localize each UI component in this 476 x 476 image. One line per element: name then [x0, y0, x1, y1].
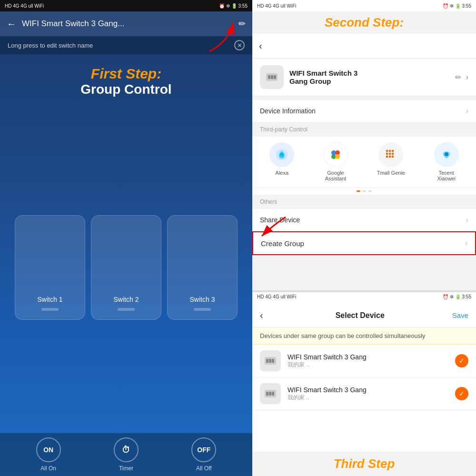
third-step-text: Third Step: [334, 456, 395, 471]
svg-rect-13: [392, 150, 394, 152]
all-off-button[interactable]: OFF All Off: [191, 437, 216, 472]
create-group-item[interactable]: Create Group ›: [252, 231, 476, 255]
right-top-section: HD 4G 4G ull WiFi ⏰ ✲ 🔋 3:55 Second Step…: [252, 0, 476, 290]
all-on-button[interactable]: ON All On: [36, 437, 61, 472]
device-check-1[interactable]: ✓: [455, 354, 468, 367]
svg-point-10: [335, 154, 340, 159]
right-top-bar: ‹: [252, 34, 476, 59]
dot-active: [357, 190, 360, 192]
hint-bar: Long press to edit switch name ✕: [0, 36, 252, 54]
device-nav-button[interactable]: ›: [466, 73, 468, 82]
tmall-genie-icon: [378, 142, 403, 167]
svg-rect-11: [386, 150, 388, 152]
select-device-title: Select Device: [268, 311, 452, 320]
alexa-icon: [269, 142, 294, 167]
svg-rect-4: [274, 75, 276, 79]
select-status-right: ⏰ ✲ 🔋 3:55: [443, 294, 471, 302]
svg-rect-3: [271, 75, 273, 79]
svg-rect-29: [272, 392, 274, 396]
svg-point-6: [280, 153, 284, 157]
share-device-item[interactable]: Share Device ›: [252, 209, 476, 231]
bottom-bar: ON All On ⏱ Timer OFF All Off: [0, 433, 252, 476]
device-information-item[interactable]: Device Information ›: [252, 100, 476, 122]
dot-inactive-1: [362, 190, 366, 192]
timer-circle: ⏱: [114, 437, 139, 462]
tecent-svg: [440, 148, 453, 161]
device-icon: [260, 65, 284, 89]
device-list-icon-1: [260, 350, 281, 371]
timer-icon: ⏱: [122, 445, 130, 455]
device-list-icon-2: [260, 383, 281, 404]
svg-rect-25: [272, 359, 274, 363]
device-list-sub-2: 我的家 ..: [288, 394, 367, 402]
svg-rect-14: [386, 153, 388, 155]
right-panel: HD 4G 4G ull WiFi ⏰ ✲ 🔋 3:55 Second Step…: [252, 0, 476, 476]
device-title-line2: Gang Group: [289, 77, 357, 85]
device-list-item-2[interactable]: WIFI Smart Switch 3 Gang 我的家 .. ✓: [252, 377, 476, 410]
select-status-bar: HD 4G 4G ull WiFi ⏰ ✲ 🔋 3:55: [252, 292, 476, 304]
device-list-sub-1: 我的家 ..: [288, 361, 367, 369]
switch-indicator-2: [118, 308, 135, 311]
google-assistant-item[interactable]: GoogleAssistant: [323, 142, 348, 181]
select-top-bar: ‹ Select Device Save: [252, 304, 476, 327]
device-list: WIFI Smart Switch 3 Gang 我的家 .. ✓ WIFI S…: [252, 345, 476, 452]
third-party-section: Alexa GoogleAssistant: [252, 137, 476, 188]
alexa-item[interactable]: Alexa: [269, 142, 294, 181]
svg-rect-24: [269, 359, 271, 363]
tecent-xiaowei-item[interactable]: TecentXiaowei: [434, 142, 459, 181]
hint-close-button[interactable]: ✕: [234, 40, 245, 50]
all-on-circle: ON: [36, 437, 61, 462]
tmall-genie-item[interactable]: Tmall Genie: [377, 142, 405, 181]
tecent-xiaowei-icon: [434, 142, 459, 167]
right-status-right: ⏰ ✲ 🔋 3:55: [443, 3, 471, 9]
back-button[interactable]: ←: [7, 19, 16, 30]
switch-card-2[interactable]: Switch 2: [91, 215, 161, 320]
others-header: Others: [252, 195, 476, 209]
all-off-circle: OFF: [191, 437, 216, 462]
right-bottom-section: HD 4G 4G ull WiFi ⏰ ✲ 🔋 3:55 ‹ Select De…: [252, 290, 476, 476]
switch-card-3[interactable]: Switch 3: [167, 215, 238, 320]
page-title: WIFI Smart Switch 3 Gang...: [22, 19, 234, 29]
second-step-text: Second Step:: [325, 15, 404, 30]
device-info-chevron: ›: [466, 107, 468, 115]
switch-name-3: Switch 3: [190, 296, 215, 303]
device-list-name-1: WIFI Smart Switch 3 Gang: [288, 353, 367, 361]
second-step-label: Second Step:: [252, 11, 476, 34]
status-left: HD 4G 4G ull WiFi: [5, 3, 44, 9]
all-off-label: All Off: [196, 465, 211, 472]
step-label-left: First Step: Group Control: [0, 54, 252, 102]
device-icon-svg: [264, 69, 279, 85]
device-list-info-1: WIFI Smart Switch 3 Gang 我的家 ..: [288, 353, 367, 369]
alexa-svg: [275, 148, 288, 161]
svg-rect-17: [386, 156, 388, 158]
device-header: WIFI Smart Switch 3 Gang Group ✏ ›: [252, 59, 476, 96]
save-button[interactable]: Save: [452, 311, 468, 319]
timer-button[interactable]: ⏱ Timer: [114, 437, 139, 472]
svg-rect-27: [266, 392, 268, 396]
right-back-button[interactable]: ‹: [259, 40, 262, 51]
create-group-wrapper: Create Group ›: [252, 231, 476, 255]
switch-name-2: Switch 2: [114, 296, 139, 303]
select-status-left: HD 4G 4G ull WiFi: [257, 294, 296, 302]
left-top-bar: ← WIFI Smart Switch 3 Gang... ✏: [0, 11, 252, 36]
dot-inactive-2: [368, 190, 372, 192]
create-group-label: Create Group: [261, 239, 465, 248]
switch-card-1[interactable]: Switch 1: [15, 215, 85, 320]
select-back-button[interactable]: ‹: [260, 310, 263, 321]
device-info-section: Device Information ›: [252, 100, 476, 122]
timer-label: Timer: [119, 465, 133, 472]
svg-rect-19: [392, 156, 394, 158]
device-list-name-2: WIFI Smart Switch 3 Gang: [288, 386, 367, 394]
device-list-icon-svg-1: [263, 354, 278, 368]
device-check-2[interactable]: ✓: [455, 387, 468, 400]
notice-bar: Devices under same group can be controll…: [252, 327, 476, 345]
tecent-xiaowei-label: TecentXiaowei: [437, 170, 456, 181]
dot-indicator: [252, 188, 476, 195]
device-list-item-1[interactable]: WIFI Smart Switch 3 Gang 我的家 .. ✓: [252, 345, 476, 377]
edit-button[interactable]: ✏: [238, 19, 246, 29]
device-edit-button[interactable]: ✏: [455, 73, 461, 82]
svg-rect-12: [389, 150, 391, 152]
status-right: ⏰ ✲ 🔋 3:55: [219, 3, 248, 9]
switch-indicator-1: [41, 308, 59, 311]
left-status-bar: HD 4G 4G ull WiFi ⏰ ✲ 🔋 3:55: [0, 0, 252, 11]
